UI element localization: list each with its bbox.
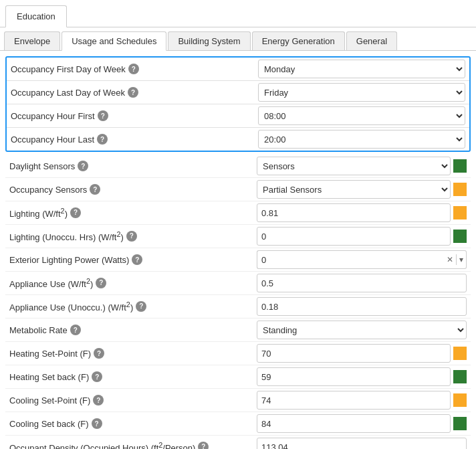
field-input[interactable] [257,203,451,222]
table-row: Cooling Set-Point (F)? [5,389,471,412]
field-label: Appliance Use (Unoccu.) (W/ft2)? [9,300,257,312]
field-label-text: Heating Set back (F) [9,372,89,382]
sub-tab-usage-schedules[interactable]: Usage and Schedules [62,31,166,51]
field-control: NonePartial SensorsFull Sensors [257,180,467,199]
table-row: Heating Set-Point (F)? [5,342,471,365]
help-icon: ? [78,161,88,171]
table-row: Occupancy Hour First?00:0001:0002:0003:0… [7,104,469,128]
help-icon: ? [132,254,142,265]
field-label: Lighting (Unoccu. Hrs) (W/ft2)? [9,230,257,242]
field-label-text: Appliance Use (Unoccu.) (W/ft2) [9,300,133,312]
field-input[interactable] [257,297,467,316]
field-select[interactable]: 08:0009:0010:0012:0014:0016:0018:0020:00… [258,130,465,149]
table-row: Cooling Set back (F)? [5,412,471,436]
color-indicator [453,206,467,219]
field-select[interactable]: SeatedStandingWalking [257,321,467,339]
field-label-text: Cooling Set-Point (F) [9,395,90,406]
field-label: Occupancy Sensors? [9,184,257,195]
field-label-text: Occupant Density (Occupied Hours) (ft2/P… [9,441,195,449]
field-label-text: Daylight Sensors [9,161,75,171]
page-wrapper: Education EnvelopeUsage and SchedulesBui… [0,0,476,449]
color-indicator [453,417,467,430]
field-control [257,391,467,410]
field-input[interactable] [257,344,451,363]
table-row: Appliance Use (W/ft2)? [5,272,471,295]
help-icon: ? [70,325,81,335]
field-select[interactable]: NonePartial SensorsFull Sensors [257,180,451,199]
field-label: Occupancy Hour First? [11,110,258,121]
table-row: Metabolic Rate?SeatedStandingWalking [5,319,471,342]
field-select[interactable]: MondayTuesdayWednesdayThursdayFridaySatu… [258,83,465,102]
color-indicator [453,347,467,360]
help-icon: ? [92,371,102,382]
field-control: 08:0009:0010:0012:0014:0016:0018:0020:00… [258,130,465,149]
field-label: Metabolic Rate? [9,325,257,335]
table-row: Occupant Density (Occupied Hours) (ft2/P… [5,436,471,449]
field-input[interactable] [257,274,467,292]
input-controls: ✕▾ [444,250,467,269]
table-row: Occupancy Last Day of Week?MondayTuesday… [7,81,469,104]
content-area: Occupancy First Day of Week?MondayTuesda… [0,51,476,449]
field-label: Occupancy First Day of Week? [11,64,258,74]
field-control [257,203,467,222]
field-label: Heating Set-Point (F)? [9,348,257,359]
field-label: Heating Set back (F)? [9,371,257,382]
color-indicator [453,230,467,243]
help-icon: ? [198,442,209,449]
input-with-controls: ✕▾ [257,250,467,269]
field-control [257,274,467,292]
field-select[interactable]: NoneSensorsBMS [257,157,451,175]
fields-container: Daylight Sensors?NoneSensorsBMSOccupancy… [5,155,471,449]
field-label: Appliance Use (W/ft2)? [9,277,257,289]
field-input[interactable] [257,391,451,410]
field-input[interactable] [257,438,467,449]
table-row: Daylight Sensors?NoneSensorsBMS [5,155,471,178]
field-label-text: Appliance Use (W/ft2) [9,277,93,289]
help-icon: ? [93,395,104,406]
field-control: NoneSensorsBMS [257,157,467,175]
color-indicator [453,370,467,383]
table-row: Occupancy First Day of Week?MondayTuesda… [7,58,469,81]
field-input[interactable] [257,367,451,386]
field-label-text: Metabolic Rate [9,325,68,335]
table-row: Lighting (Unoccu. Hrs) (W/ft2)? [5,225,471,248]
field-control: SeatedStandingWalking [257,321,467,339]
clear-button[interactable]: ✕ [447,255,453,264]
field-label-text: Occupancy Hour Last [11,134,94,145]
main-tab-bar: Education [0,0,476,27]
field-control [257,438,467,449]
sub-tab-energy-generation[interactable]: Energy Generation [252,31,345,50]
field-input[interactable] [257,414,451,433]
field-label: Exterior Lighting Power (Watts)? [9,254,257,265]
help-icon: ? [126,231,137,242]
help-icon: ? [136,301,146,312]
field-label-text: Occupancy Last Day of Week [11,88,125,98]
color-indicator [453,159,467,173]
help-icon: ? [94,348,104,359]
field-select[interactable]: 00:0001:0002:0003:0004:0005:0006:0007:00… [258,106,465,125]
field-input[interactable] [257,227,451,246]
help-icon: ? [96,278,106,288]
field-label: Occupancy Hour Last? [11,134,258,145]
field-control: MondayTuesdayWednesdayThursdayFridaySatu… [258,60,465,78]
sub-tab-general[interactable]: General [346,31,397,50]
field-label-text: Lighting (Unoccu. Hrs) (W/ft2) [9,230,124,242]
field-label: Cooling Set-Point (F)? [9,395,257,406]
field-label-text: Occupancy First Day of Week [11,64,126,74]
main-tab-education[interactable]: Education [5,5,67,27]
help-icon: ? [92,418,102,429]
field-label-text: Occupancy Sensors [9,185,87,195]
help-icon: ? [90,184,100,195]
help-icon: ? [128,87,138,98]
chevron-down-icon[interactable]: ▾ [459,255,463,264]
field-label: Cooling Set back (F)? [9,418,257,429]
field-label: Occupancy Last Day of Week? [11,87,258,98]
sub-tab-envelope[interactable]: Envelope [4,31,60,50]
field-select[interactable]: MondayTuesdayWednesdayThursdayFridaySatu… [258,60,465,78]
color-indicator [453,393,467,407]
sub-tab-bar: EnvelopeUsage and SchedulesBuilding Syst… [0,27,476,51]
field-label: Daylight Sensors? [9,161,257,171]
help-icon: ? [98,110,108,121]
sub-tab-building-system[interactable]: Building System [168,31,250,50]
field-input[interactable] [257,250,444,269]
